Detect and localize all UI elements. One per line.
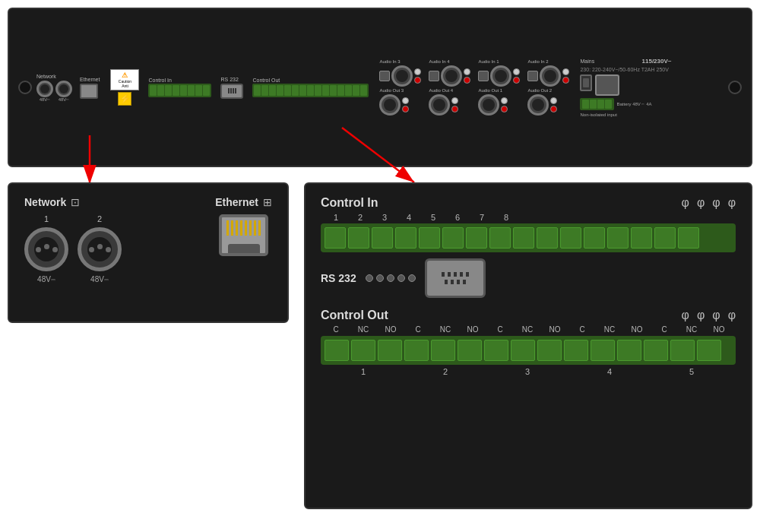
audio-in-2-label: Audio In 2: [527, 59, 569, 64]
rca-group-6: [501, 97, 508, 112]
coh-no2: NO: [459, 325, 486, 334]
rs232-ind-5: [408, 274, 416, 282]
coh-c1: C: [322, 325, 350, 334]
fork-3: φ: [712, 196, 720, 210]
db9-p4: [460, 272, 463, 277]
db9-p8: [457, 280, 460, 284]
control-in-label-main: Control In: [148, 78, 211, 83]
rj45-pin-8: [258, 220, 261, 236]
rs232-ind-2: [376, 274, 384, 282]
rj45-pin-1: [226, 220, 229, 236]
cin-t7: [466, 227, 487, 249]
audio-in-3-label: Audio In 3: [379, 59, 421, 64]
fork-out-4: φ: [728, 309, 736, 322]
rca-white-7: [562, 68, 569, 75]
rs232-label-main: RS 232: [220, 77, 243, 82]
audio-in-4-connectors: [429, 65, 470, 87]
control-in-terminal-main: [148, 84, 211, 97]
xlr-in-4-inner: [445, 70, 458, 82]
db9-row-2: [445, 280, 466, 284]
rca-group-1: [414, 68, 421, 84]
audio-in-2-connectors: [527, 65, 569, 87]
fork-out-1: φ: [682, 309, 689, 322]
t8: [203, 85, 210, 96]
cout-t10: [564, 340, 588, 361]
coh-nc2: NC: [432, 325, 459, 334]
rca-red-1: [414, 77, 421, 84]
audio-group-3: Audio In 1 Audio Out 1: [478, 59, 520, 116]
audio-out-3-label: Audio Out 3: [379, 88, 421, 93]
non-isolated-label: Non-isolated input: [580, 112, 671, 117]
db9-pins: [228, 88, 236, 93]
db9-main: [220, 84, 243, 99]
fork-symbols-in: φ φ φ φ: [682, 196, 736, 210]
rca-white-3: [464, 68, 470, 75]
cout-t5: [431, 340, 455, 361]
zoom-xlr-2: [78, 227, 122, 271]
audio-out-4-connectors: [429, 94, 470, 116]
cin-num-3: 3: [372, 213, 397, 222]
cin-t13: [607, 227, 629, 249]
power-switch[interactable]: [580, 74, 592, 91]
push-button-3[interactable]: [478, 71, 489, 81]
to8: [307, 85, 314, 96]
zoom-control-in-section: Control In φ φ φ φ 1 2 3 4 5 6 7 8: [321, 196, 736, 252]
zoom-xlr-1: [24, 227, 68, 271]
network-icon: ⊡: [71, 196, 80, 208]
ethernet-label-main: Ethernet: [80, 77, 100, 82]
mounting-hole-right: [728, 81, 742, 94]
voltage-detail: 230: 220-240V~/50-60Hz T2AH 250V: [580, 67, 668, 72]
coh-c4: C: [568, 325, 596, 334]
audio-out-2-connectors: [527, 94, 569, 116]
xlr-in-2: [540, 65, 561, 87]
push-button-4[interactable]: [527, 71, 538, 81]
push-button-2[interactable]: [429, 71, 439, 81]
audio-group-4: Audio In 2 Audio Out 2: [527, 59, 569, 116]
to9: [315, 85, 321, 96]
net-port-2-voltage: 48V⎓: [59, 97, 70, 102]
rs232-ind-3: [387, 274, 394, 282]
audio-in-1-connectors: [478, 65, 520, 87]
rj45-pin-2: [231, 220, 233, 236]
db9-pin: [228, 88, 230, 93]
cin-t11: [560, 227, 581, 249]
cin-num-8: 8: [494, 213, 518, 222]
warning-triangle: ⚠: [113, 71, 136, 79]
zoom-ethernet-section: Ethernet ⊞: [215, 196, 272, 256]
xlr-pin-f: [106, 247, 111, 252]
cout-t11: [591, 340, 615, 361]
control-out-label-main: Control Out: [252, 78, 369, 83]
cin-t1: [325, 227, 346, 249]
net-port-2-inner: [59, 84, 68, 93]
lightning-symbol: ⚡: [118, 92, 131, 106]
coh-no5: NO: [705, 325, 733, 334]
cin-t10: [537, 227, 558, 249]
net-port-1: 48V⎓: [36, 81, 53, 102]
audio-out-1-label: Audio Out 1: [478, 88, 520, 93]
audio-in-1-label: Audio In 1: [478, 59, 520, 64]
cout-t2: [351, 340, 375, 361]
rca-group-4: [451, 97, 458, 112]
coh-nc3: NC: [514, 325, 541, 334]
cin-t12: [584, 227, 605, 249]
zoom-db9: [425, 258, 486, 298]
rj45-pin-6: [249, 220, 252, 236]
zoom-port-2-voltage: 48V⎓: [90, 275, 109, 283]
net-port-1-inner: [40, 84, 49, 93]
control-in-terminal-zoom: [321, 223, 736, 252]
control-out-numbers-row: 1 2 3 4 5: [321, 367, 736, 376]
battery-label: Battery 48V ⎓ 4A: [616, 102, 651, 106]
fork-out-2: φ: [697, 309, 705, 322]
network-section-main: Network 48V⎓ 48V⎓: [36, 74, 72, 102]
zoom-control-out-section: Control Out φ φ φ φ C NC NO C NC NO C NC…: [321, 309, 736, 376]
rca-red-5: [513, 77, 520, 84]
network-ports-main: 48V⎓ 48V⎓: [36, 81, 72, 102]
mounting-hole-left: [18, 81, 32, 94]
push-button-1[interactable]: [379, 71, 390, 81]
zoom-ethernet-header: Ethernet ⊞: [215, 196, 272, 208]
fork-2: φ: [697, 196, 705, 210]
rca-red-4: [451, 106, 458, 112]
cout-t14: [670, 340, 695, 361]
to5: [284, 85, 291, 96]
power-switches: [580, 74, 671, 96]
